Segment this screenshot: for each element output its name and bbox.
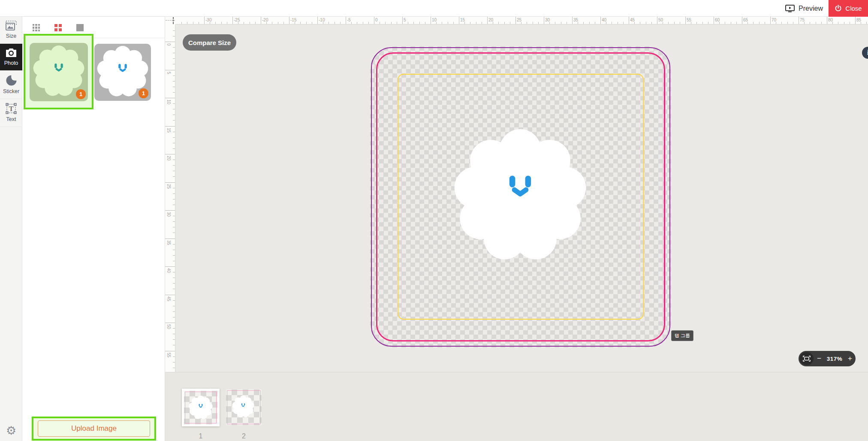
flower-sticker-thumb1 <box>33 45 84 97</box>
fit-screen-icon <box>803 356 811 362</box>
info-icon[interactable]: i <box>862 47 868 59</box>
preview-label: Preview <box>799 5 823 12</box>
size-image-icon <box>6 21 17 31</box>
sidebar-item-label: Sticker <box>3 88 19 94</box>
sidebar-item-label: Size <box>6 33 16 39</box>
top-bar: Preview Close <box>0 0 868 17</box>
close-label: Close <box>845 5 862 12</box>
page-thumbnail-1[interactable] <box>182 389 220 426</box>
upload-image-label: Upload Image <box>38 420 150 437</box>
page-filmstrip: 1 2 <box>165 372 868 441</box>
flower-sticker-page2 <box>232 396 254 418</box>
text-icon: T <box>6 103 17 114</box>
zoom-in-button[interactable]: + <box>844 354 856 363</box>
camera-icon <box>5 48 17 58</box>
settings-gear-icon[interactable]: ⚙ <box>0 424 22 438</box>
horizontal-ruler: -30-25-20-15-10-505101520253035404550556… <box>175 17 868 24</box>
photo-thumbnail-1-selected[interactable]: 1 <box>24 34 93 109</box>
photo-thumbnail-2[interactable]: 1 <box>94 44 151 101</box>
fit-to-screen-button[interactable] <box>800 352 814 365</box>
flower-sticker-artwork[interactable] <box>454 129 587 262</box>
zoom-level: 317% <box>825 356 844 362</box>
photo-panel: 1 1 Upload Image <box>22 17 165 441</box>
compare-size-button[interactable]: Compare Size <box>183 34 236 51</box>
tool-rail: Size Photo Sticker T Text ⚙ <box>0 17 22 441</box>
page-thumbnail-2[interactable] <box>226 390 262 425</box>
page-1-checker <box>184 391 217 424</box>
sidebar-item-sticker[interactable]: Sticker <box>0 71 22 99</box>
close-button[interactable]: Close <box>829 0 868 17</box>
flower-sticker-page1 <box>189 396 213 420</box>
design-canvas[interactable]: -30-25-20-15-10-505101520253035404550556… <box>165 17 868 372</box>
view-grid-2x2-icon[interactable] <box>54 24 62 31</box>
view-single-icon[interactable] <box>76 24 84 31</box>
tab-group-tooltip: 탭 그룹 <box>671 330 693 341</box>
upload-image-button[interactable]: Upload Image <box>32 417 156 441</box>
page-2-label: 2 <box>226 432 262 440</box>
page-1-label: 1 <box>182 432 220 440</box>
sticker-icon <box>6 75 17 86</box>
photo-thumbnail-1-image[interactable]: 1 <box>30 43 88 101</box>
sidebar-item-label: Photo <box>4 60 18 66</box>
sidebar-item-photo[interactable]: Photo <box>0 44 22 71</box>
zoom-control: − 317% + <box>799 351 856 366</box>
preview-button[interactable]: Preview <box>785 0 823 17</box>
power-icon <box>835 5 842 12</box>
sidebar-item-size[interactable]: Size <box>0 17 22 44</box>
monitor-play-icon <box>785 5 795 12</box>
vertical-ruler: 0510152025303540455055 <box>165 24 175 372</box>
count-badge: 1 <box>76 89 86 99</box>
svg-text:T: T <box>9 105 14 112</box>
view-grid-3x3-icon[interactable] <box>33 24 40 31</box>
count-badge: 1 <box>139 88 148 98</box>
sidebar-item-label: Text <box>6 116 16 122</box>
zoom-out-button[interactable]: − <box>814 354 825 363</box>
sidebar-item-text[interactable]: T Text <box>0 99 22 127</box>
ruler-corner <box>165 17 175 24</box>
